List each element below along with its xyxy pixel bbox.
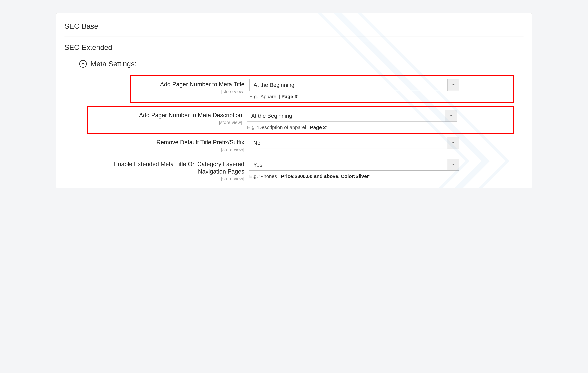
field-label: Add Pager Number to Meta Title	[133, 81, 244, 88]
field-pager-title: Add Pager Number to Meta Title [store vi…	[130, 75, 514, 103]
fields-container: Add Pager Number to Meta Title [store vi…	[64, 75, 524, 181]
field-hint: E.g. 'Description of apparel | Page 2'	[247, 125, 457, 130]
hint-pre: E.g. 'Phones |	[249, 174, 281, 179]
select-extended-layered[interactable]: Yes	[249, 159, 459, 171]
section-divider	[64, 36, 524, 36]
chevron-down-icon	[445, 110, 457, 121]
control-col: No	[249, 137, 459, 149]
group-title: Meta Settings:	[90, 60, 136, 68]
label-col: Remove Default Title Prefix/Suffix [stor…	[87, 137, 244, 152]
field-pager-description: Add Pager Number to Meta Description [st…	[87, 106, 514, 134]
label-col: Enable Extended Meta Title On Category L…	[87, 159, 244, 181]
hint-pre: E.g. 'Apparel |	[249, 94, 281, 99]
scope-label: [store view]	[90, 120, 242, 125]
scope-label: [store view]	[133, 89, 244, 94]
section-seo-extended-title[interactable]: SEO Extended	[64, 41, 524, 53]
chevron-down-icon	[447, 137, 459, 149]
select-value: Yes	[253, 162, 262, 168]
field-hint: E.g. 'Phones | Price:$300.00 and above, …	[249, 174, 459, 179]
collapse-icon	[79, 60, 87, 68]
hint-post: '	[297, 94, 298, 99]
control-col: At the Beginning E.g. 'Apparel | Page 3'	[249, 79, 459, 99]
scope-label: [store view]	[87, 176, 244, 181]
hint-bold: Page 3	[281, 94, 297, 99]
control-col: Yes E.g. 'Phones | Price:$300.00 and abo…	[249, 159, 459, 179]
chevron-down-icon	[447, 159, 459, 170]
select-value: At the Beginning	[253, 82, 294, 88]
label-col: Add Pager Number to Meta Title [store vi…	[133, 79, 244, 94]
hint-post: '	[326, 125, 327, 130]
hint-pre: E.g. 'Description of apparel |	[247, 125, 310, 130]
chevron-down-icon	[447, 79, 459, 91]
section-seo-base-title[interactable]: SEO Base	[64, 20, 524, 36]
config-panel: SEO Base SEO Extended Meta Settings: Add…	[56, 13, 532, 188]
select-pager-description[interactable]: At the Beginning	[247, 110, 457, 122]
select-value: No	[253, 140, 260, 146]
field-extended-layered: Enable Extended Meta Title On Category L…	[87, 159, 512, 181]
select-pager-title[interactable]: At the Beginning	[249, 79, 459, 91]
field-remove-prefix-suffix: Remove Default Title Prefix/Suffix [stor…	[87, 137, 512, 152]
field-hint: E.g. 'Apparel | Page 3'	[249, 94, 459, 99]
scope-label: [store view]	[87, 147, 244, 152]
field-label: Remove Default Title Prefix/Suffix	[87, 139, 244, 146]
select-remove-prefix-suffix[interactable]: No	[249, 137, 459, 149]
hint-bold: Price:$300.00 and above, Color:Silver	[281, 174, 369, 179]
label-col: Add Pager Number to Meta Description [st…	[90, 110, 242, 125]
field-label: Add Pager Number to Meta Description	[90, 111, 242, 119]
hint-post: '	[369, 174, 370, 179]
hint-bold: Page 2	[310, 125, 326, 130]
group-header-meta-settings[interactable]: Meta Settings:	[64, 53, 524, 75]
field-label: Enable Extended Meta Title On Category L…	[87, 160, 244, 175]
control-col: At the Beginning E.g. 'Description of ap…	[247, 110, 457, 130]
select-value: At the Beginning	[251, 113, 292, 119]
